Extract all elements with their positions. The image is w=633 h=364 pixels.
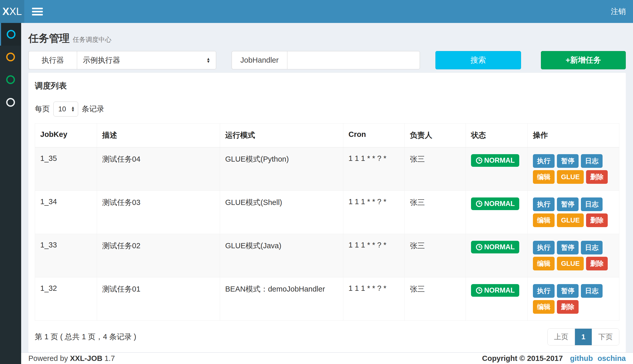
action-button-执行[interactable]: 执行 <box>533 154 555 168</box>
action-button-暂停[interactable]: 暂停 <box>557 154 579 168</box>
action-button-日志[interactable]: 日志 <box>581 241 603 254</box>
filter-toolbar: 执行器 示例执行器 ▲▼ JobHandler 搜索 +新增任务 <box>28 51 626 69</box>
logout-link[interactable]: 注销 <box>604 0 633 23</box>
cell-owner: 张三 <box>405 234 466 277</box>
action-button-GLUE[interactable]: GLUE <box>557 213 584 227</box>
circle-icon <box>7 30 15 39</box>
app-logo[interactable]: XXL <box>0 0 24 23</box>
action-button-group: 执行暂停日志编辑GLUE删除 <box>533 241 614 270</box>
footer-links: Copyright © 2015-2017 github oschina <box>482 354 626 363</box>
cell-jobkey: 1_33 <box>35 234 97 277</box>
select-caret-icon: ▲▼ <box>71 106 75 112</box>
jobhandler-input[interactable] <box>287 51 420 69</box>
action-button-日志[interactable]: 日志 <box>581 154 603 168</box>
sidebar <box>0 23 21 364</box>
search-button[interactable]: 搜索 <box>435 51 521 69</box>
sidebar-toggle-button[interactable] <box>24 0 51 23</box>
page-footer: Powered by XXL-JOB 1.7 Copyright © 2015-… <box>21 352 633 364</box>
action-button-删除[interactable]: 删除 <box>586 170 608 184</box>
clock-icon <box>476 287 483 294</box>
logo-text-bold: X <box>2 6 9 17</box>
cell-owner: 张三 <box>405 191 466 234</box>
cell-cron: 1 1 1 * * ? * <box>343 277 405 321</box>
page-title: 任务管理 <box>28 32 70 44</box>
sidebar-item-executor-manage[interactable] <box>0 68 21 91</box>
cell-status: NORMAL <box>466 234 528 277</box>
per-page-select[interactable]: 10 ▲▼ <box>53 102 78 117</box>
powered-prefix: Powered by <box>28 354 68 362</box>
add-job-button[interactable]: +新增任务 <box>541 51 626 69</box>
status-badge: NORMAL <box>471 197 519 210</box>
cell-run-mode: GLUE模式(Java) <box>220 234 343 277</box>
action-button-日志[interactable]: 日志 <box>581 284 603 298</box>
jobhandler-label: JobHandler <box>232 51 287 69</box>
cell-cron: 1 1 1 * * ? * <box>343 234 405 277</box>
product-version: 1.7 <box>104 354 115 362</box>
action-button-删除[interactable]: 删除 <box>586 257 608 270</box>
cell-description: 测试任务01 <box>97 277 220 321</box>
executor-select[interactable]: 示例执行器 ▲▼ <box>77 51 216 69</box>
status-label: NORMAL <box>484 286 515 294</box>
cell-actions: 执行暂停日志编辑GLUE删除 <box>528 191 619 234</box>
action-button-GLUE[interactable]: GLUE <box>557 170 584 184</box>
clock-icon <box>476 200 483 207</box>
prev-page-button[interactable]: 上页 <box>548 329 575 345</box>
cell-owner: 张三 <box>405 147 466 191</box>
column-header: 状态 <box>466 123 528 147</box>
pagination-summary: 第 1 页 ( 总共 1 页，4 条记录 ) <box>35 332 136 342</box>
action-button-编辑[interactable]: 编辑 <box>533 257 555 270</box>
cell-description: 测试任务04 <box>97 147 220 191</box>
github-link[interactable]: github <box>570 354 593 363</box>
action-button-编辑[interactable]: 编辑 <box>533 213 555 227</box>
action-button-执行[interactable]: 执行 <box>533 241 555 254</box>
executor-filter-group: 执行器 示例执行器 ▲▼ <box>28 51 216 69</box>
column-header: 运行模式 <box>220 123 343 147</box>
action-button-暂停[interactable]: 暂停 <box>557 241 579 254</box>
executor-select-value: 示例执行器 <box>83 55 206 65</box>
cell-run-mode: GLUE模式(Shell) <box>220 191 343 234</box>
status-label: NORMAL <box>484 243 515 251</box>
action-button-日志[interactable]: 日志 <box>581 197 603 211</box>
sidebar-item-schedule-log[interactable] <box>0 46 21 68</box>
product-name: XXL-JOB <box>70 354 102 362</box>
column-header: JobKey <box>35 123 97 147</box>
navbar-spacer <box>51 0 604 23</box>
next-page-button[interactable]: 下页 <box>592 329 619 345</box>
action-button-暂停[interactable]: 暂停 <box>557 284 579 298</box>
column-header: 负责人 <box>405 123 466 147</box>
current-page-button[interactable]: 1 <box>575 329 592 345</box>
circle-icon <box>6 98 15 107</box>
column-header: Cron <box>343 123 405 147</box>
per-page-prefix: 每页 <box>35 104 50 114</box>
sidebar-item-job-manage[interactable] <box>0 23 21 46</box>
action-button-删除[interactable]: 删除 <box>586 213 608 227</box>
action-button-GLUE[interactable]: GLUE <box>557 257 584 270</box>
column-header: 描述 <box>97 123 220 147</box>
page-subtitle: 任务调度中心 <box>73 36 111 43</box>
sidebar-item-help[interactable] <box>0 91 21 114</box>
per-page-control: 每页 10 ▲▼ 条记录 <box>35 102 619 117</box>
action-button-删除[interactable]: 删除 <box>557 300 579 314</box>
action-button-编辑[interactable]: 编辑 <box>533 170 555 184</box>
executor-label: 执行器 <box>28 51 77 69</box>
cell-actions: 执行暂停日志编辑删除 <box>528 277 619 321</box>
page-header: 任务管理任务调度中心 <box>28 23 626 51</box>
action-button-编辑[interactable]: 编辑 <box>533 300 555 314</box>
action-button-暂停[interactable]: 暂停 <box>557 197 579 211</box>
logo-text-rest: XL <box>9 6 22 17</box>
panel-title: 调度列表 <box>35 78 619 93</box>
status-badge: NORMAL <box>471 154 519 167</box>
cell-cron: 1 1 1 * * ? * <box>343 191 405 234</box>
circle-icon <box>6 75 15 84</box>
hamburger-icon <box>32 8 43 15</box>
action-button-执行[interactable]: 执行 <box>533 197 555 211</box>
per-page-suffix: 条记录 <box>82 104 104 114</box>
cell-run-mode: GLUE模式(Python) <box>220 147 343 191</box>
action-button-执行[interactable]: 执行 <box>533 284 555 298</box>
job-table: JobKey描述运行模式Cron负责人状态操作 1_35测试任务04GLUE模式… <box>35 123 619 321</box>
action-button-group: 执行暂停日志编辑删除 <box>533 284 614 314</box>
oschina-link[interactable]: oschina <box>597 354 626 363</box>
powered-by: Powered by XXL-JOB 1.7 <box>28 354 115 363</box>
status-badge: NORMAL <box>471 284 519 297</box>
cell-status: NORMAL <box>466 147 528 191</box>
